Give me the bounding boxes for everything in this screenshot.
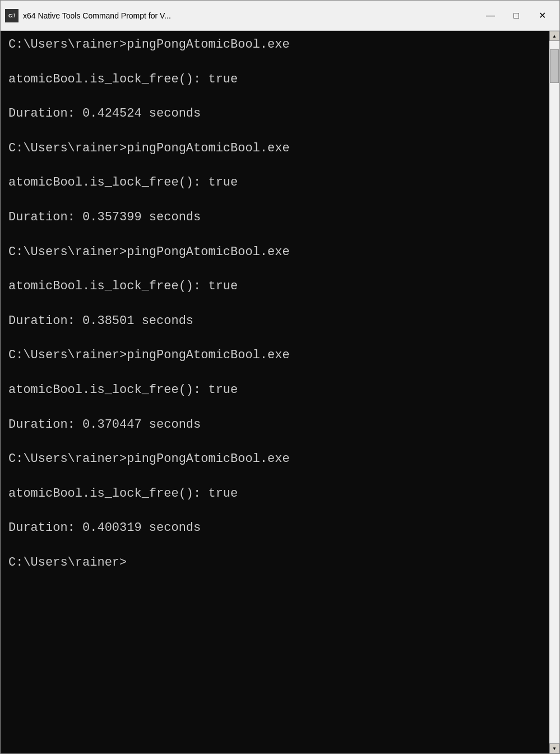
terminal-empty-line bbox=[8, 364, 542, 382]
terminal-empty-line bbox=[8, 123, 542, 140]
terminal-empty-line bbox=[8, 399, 542, 417]
scrollbar[interactable]: ▲ ▼ bbox=[549, 31, 559, 753]
terminal-empty-line bbox=[8, 226, 542, 244]
terminal-prompt: C:\Users\rainer>pingPongAtomicBool.exe bbox=[8, 140, 542, 158]
terminal-output-line: atomicBool.is_lock_free(): true bbox=[8, 278, 542, 295]
terminal-prompt: C:\Users\rainer>pingPongAtomicBool.exe bbox=[8, 347, 542, 364]
terminal-empty-line bbox=[8, 330, 542, 348]
terminal-empty-line bbox=[8, 295, 542, 313]
window-controls: — □ ✕ bbox=[478, 7, 555, 25]
terminal-empty-line bbox=[8, 261, 542, 278]
window-body: C:\Users\rainer>pingPongAtomicBool.exeat… bbox=[1, 31, 559, 753]
terminal-empty-line bbox=[8, 503, 542, 520]
terminal-empty-line bbox=[8, 54, 542, 71]
terminal-empty-line bbox=[8, 537, 542, 554]
terminal-prompt: C:\Users\rainer>pingPongAtomicBool.exe bbox=[8, 451, 542, 468]
terminal-output-line: Duration: 0.400319 seconds bbox=[8, 520, 542, 537]
terminal-output-line: atomicBool.is_lock_free(): true bbox=[8, 71, 542, 89]
terminal-output-line: Duration: 0.357399 seconds bbox=[8, 209, 542, 226]
terminal-empty-line bbox=[8, 192, 542, 209]
close-button[interactable]: ✕ bbox=[529, 7, 555, 25]
terminal-output-line: atomicBool.is_lock_free(): true bbox=[8, 174, 542, 192]
terminal-output-line: Duration: 0.424524 seconds bbox=[8, 105, 542, 123]
scroll-track[interactable] bbox=[549, 41, 559, 743]
window: C:\ x64 Native Tools Command Prompt for … bbox=[0, 0, 560, 754]
maximize-button[interactable]: □ bbox=[503, 7, 529, 25]
terminal-prompt: C:\Users\rainer>pingPongAtomicBool.exe bbox=[8, 36, 542, 54]
terminal-output-line: atomicBool.is_lock_free(): true bbox=[8, 382, 542, 399]
terminal-output-line: Duration: 0.370447 seconds bbox=[8, 417, 542, 434]
terminal-empty-line bbox=[8, 88, 542, 105]
scroll-up-button[interactable]: ▲ bbox=[549, 31, 559, 41]
minimize-button[interactable]: — bbox=[478, 7, 503, 25]
terminal-output[interactable]: C:\Users\rainer>pingPongAtomicBool.exeat… bbox=[1, 31, 549, 753]
terminal-prompt: C:\Users\rainer>pingPongAtomicBool.exe bbox=[8, 244, 542, 261]
terminal-prompt: C:\Users\rainer> bbox=[8, 554, 542, 572]
terminal-empty-line bbox=[8, 433, 542, 451]
scroll-down-button[interactable]: ▼ bbox=[549, 743, 559, 753]
scroll-thumb[interactable] bbox=[550, 49, 559, 83]
terminal-empty-line bbox=[8, 158, 542, 175]
terminal-empty-line bbox=[8, 468, 542, 485]
terminal-output-line: atomicBool.is_lock_free(): true bbox=[8, 485, 542, 503]
terminal-output-line: Duration: 0.38501 seconds bbox=[8, 313, 542, 330]
app-icon: C:\ bbox=[5, 9, 18, 22]
title-bar: C:\ x64 Native Tools Command Prompt for … bbox=[1, 1, 559, 31]
window-title: x64 Native Tools Command Prompt for V... bbox=[23, 11, 473, 20]
